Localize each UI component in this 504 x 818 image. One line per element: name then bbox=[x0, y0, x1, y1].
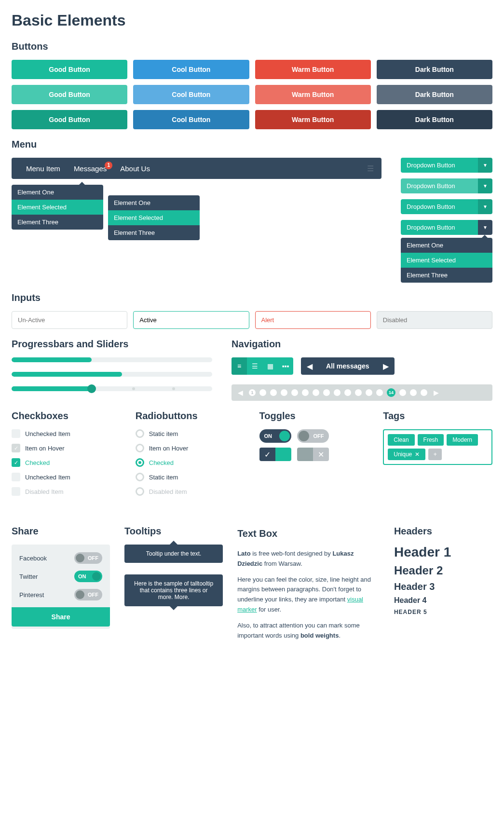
menu-item-about[interactable]: About Us bbox=[113, 164, 157, 173]
close-icon[interactable]: ✕ bbox=[415, 451, 420, 458]
radio-row-hover[interactable]: Item on Hover bbox=[136, 444, 245, 452]
dropdown-item[interactable]: Element One bbox=[12, 185, 103, 200]
prev-icon[interactable]: ◀ bbox=[301, 357, 318, 375]
share-label: Facebook bbox=[19, 555, 47, 562]
checkbox-icon: ✓ bbox=[12, 444, 20, 452]
dark-button[interactable]: Dark Button bbox=[377, 60, 492, 79]
good-button-hover[interactable]: Good Button bbox=[12, 85, 127, 104]
input-unactive[interactable] bbox=[12, 311, 127, 329]
dropdown-button-hover[interactable]: Dropdown Button▼ bbox=[401, 178, 492, 193]
page-dot[interactable] bbox=[281, 389, 287, 396]
dropdown-item[interactable]: Element Three bbox=[12, 215, 103, 230]
slider[interactable] bbox=[12, 386, 212, 391]
checkbox-row-hover[interactable]: ✓Item on Hover bbox=[12, 444, 121, 452]
input-active[interactable] bbox=[133, 311, 249, 329]
cool-button-hover[interactable]: Cool Button bbox=[133, 85, 249, 104]
toggle-square-on[interactable]: ✓ bbox=[259, 448, 291, 461]
page-dot[interactable] bbox=[366, 389, 372, 396]
page-dot[interactable]: 1 bbox=[249, 389, 256, 396]
dropdown-item[interactable]: Element One bbox=[401, 238, 492, 253]
checkbox-icon bbox=[12, 429, 20, 438]
warm-button-hover[interactable]: Warm Button bbox=[255, 85, 371, 104]
dropdown-button-open[interactable]: Dropdown Button▼ bbox=[401, 220, 492, 235]
page-dot[interactable] bbox=[355, 389, 362, 396]
tag[interactable]: Fresh bbox=[418, 434, 444, 446]
chevron-down-icon: ▼ bbox=[478, 199, 492, 214]
radio-row-disabled: Disabled item bbox=[136, 487, 245, 496]
cool-button[interactable]: Cool Button bbox=[133, 60, 249, 79]
page-next-icon[interactable]: ▶ bbox=[431, 389, 441, 396]
share-toggle-pinterest[interactable]: OFF bbox=[74, 589, 102, 600]
page-dot[interactable] bbox=[259, 389, 266, 396]
dropdown-item[interactable]: Element One bbox=[108, 195, 200, 210]
next-icon[interactable]: ▶ bbox=[377, 357, 395, 375]
section-inputs: Inputs bbox=[12, 292, 492, 303]
dropdown-item-selected[interactable]: Element Selected bbox=[108, 210, 200, 225]
slider-handle[interactable] bbox=[87, 384, 96, 393]
share-label: Pinterest bbox=[19, 591, 44, 599]
page-dot[interactable] bbox=[344, 389, 351, 396]
dropdown-list-2: Element One Element Selected Element Thr… bbox=[108, 195, 200, 240]
good-button-active[interactable]: Good Button bbox=[12, 110, 127, 129]
input-alert[interactable] bbox=[255, 311, 371, 329]
page-dot[interactable] bbox=[376, 389, 383, 396]
page-dot[interactable] bbox=[410, 389, 417, 396]
page-prev-icon[interactable]: ◀ bbox=[235, 389, 245, 396]
radio-row[interactable]: Static item bbox=[136, 473, 245, 481]
cool-button-active[interactable]: Cool Button bbox=[133, 110, 249, 129]
page-dot[interactable] bbox=[291, 389, 298, 396]
share-toggle-twitter[interactable]: ON bbox=[74, 571, 102, 582]
dropdown-item[interactable]: Element Three bbox=[108, 225, 200, 240]
section-progress: Progressbars and Sliders bbox=[12, 339, 212, 350]
radio-icon bbox=[136, 429, 144, 438]
tag-removable[interactable]: Unique✕ bbox=[388, 449, 425, 460]
dark-button-active[interactable]: Dark Button bbox=[377, 110, 492, 129]
hamburger-icon[interactable]: ☰ bbox=[367, 164, 374, 173]
dark-button-hover[interactable]: Dark Button bbox=[377, 85, 492, 104]
page-dot[interactable] bbox=[313, 389, 319, 396]
radio-row[interactable]: Static item bbox=[136, 429, 245, 438]
header-4: Header 4 bbox=[394, 596, 492, 605]
radio-row-checked[interactable]: Checked bbox=[136, 458, 245, 467]
page-dot[interactable] bbox=[399, 389, 406, 396]
dropdown-button[interactable]: Dropdown Button▼ bbox=[401, 158, 492, 173]
warm-button-active[interactable]: Warm Button bbox=[255, 110, 371, 129]
section-buttons: Buttons bbox=[12, 41, 492, 52]
dropdown-item[interactable]: Element Three bbox=[401, 268, 492, 283]
section-share: Share bbox=[12, 526, 110, 537]
page-dot[interactable] bbox=[302, 389, 309, 396]
tag-add-button[interactable]: + bbox=[428, 449, 442, 460]
pagination: ◀ 1 14 ▶ bbox=[232, 384, 492, 401]
text-paragraph: Here you can feel the color, size, line … bbox=[237, 575, 380, 615]
menu-item-1[interactable]: Menu Item bbox=[19, 164, 67, 173]
toggle-on[interactable]: ON bbox=[259, 429, 291, 443]
tag[interactable]: Clean bbox=[388, 434, 414, 446]
checkbox-row[interactable]: Unchecked Item bbox=[12, 429, 121, 438]
warm-button[interactable]: Warm Button bbox=[255, 60, 371, 79]
radio-icon bbox=[136, 444, 144, 452]
menu-item-messages[interactable]: Messages1 bbox=[67, 164, 113, 173]
share-button[interactable]: Share bbox=[12, 607, 110, 627]
page-dot[interactable] bbox=[323, 389, 330, 396]
checkbox-row[interactable]: Unchecked Item bbox=[12, 473, 121, 481]
view-tiles-icon[interactable]: ▪▪▪ bbox=[278, 357, 293, 375]
page-dot-active[interactable]: 14 bbox=[387, 388, 395, 397]
dropdown-item-selected[interactable]: Element Selected bbox=[12, 200, 103, 215]
all-messages-label[interactable]: All messages bbox=[318, 362, 377, 370]
view-detail-icon[interactable]: ☰ bbox=[247, 357, 262, 375]
dropdown-button[interactable]: Dropdown Button▼ bbox=[401, 199, 492, 214]
page-dot[interactable] bbox=[421, 389, 427, 396]
good-button[interactable]: Good Button bbox=[12, 60, 127, 79]
share-label: Twitter bbox=[19, 573, 38, 580]
checkbox-row-checked[interactable]: ✓Checked bbox=[12, 458, 121, 467]
toggle-square-off[interactable]: ✕ bbox=[297, 448, 329, 461]
view-grid-icon[interactable]: ▦ bbox=[262, 357, 278, 375]
tag[interactable]: Modern bbox=[447, 434, 478, 446]
dropdown-item-selected[interactable]: Element Selected bbox=[401, 253, 492, 268]
share-panel: FacebookOFF TwitterON PinterestOFF Share bbox=[12, 545, 110, 629]
page-dot[interactable] bbox=[270, 389, 277, 396]
view-list-icon[interactable]: ≡ bbox=[232, 357, 247, 375]
share-toggle-facebook[interactable]: OFF bbox=[74, 552, 102, 564]
toggle-off[interactable]: OFF bbox=[297, 429, 329, 443]
page-dot[interactable] bbox=[334, 389, 341, 396]
